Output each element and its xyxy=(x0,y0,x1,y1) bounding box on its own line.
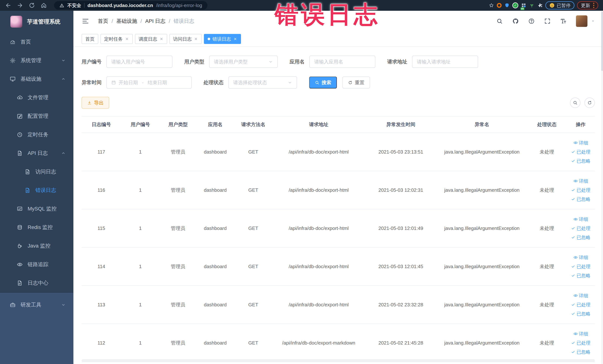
table-row: 1131管理员dashboardGET/api/infra/db-doc/exp… xyxy=(81,286,595,324)
search-button[interactable]: 搜索 xyxy=(309,77,337,88)
table-row: 1141管理员dashboardGET/api/infra/db-doc/exp… xyxy=(81,247,595,286)
extension-sprout-icon[interactable] xyxy=(529,3,534,8)
extension-orange-icon[interactable] xyxy=(497,3,502,8)
cell-url: /api/infra/db-doc/export-html xyxy=(272,209,365,247)
browser-forward-icon[interactable] xyxy=(17,2,23,9)
extension-grid-icon[interactable]: on xyxy=(521,3,526,8)
extension-green-check-icon[interactable]: ✓ xyxy=(512,2,518,8)
tab-定时任务[interactable]: 定时任务 xyxy=(101,34,133,44)
avatar[interactable] xyxy=(576,15,587,27)
browser-home-icon[interactable] xyxy=(40,2,47,9)
action-已处理[interactable]: 已处理 xyxy=(571,302,590,308)
update-button[interactable]: 更新 xyxy=(577,1,598,10)
sidebar-item-定时任务[interactable]: 定时任务 xyxy=(0,125,73,144)
action-详细[interactable]: 详细 xyxy=(573,216,588,222)
sidebar-item-首页[interactable]: 首页 xyxy=(0,33,73,51)
breadcrumb-item[interactable]: 首页 xyxy=(98,18,108,25)
help-icon[interactable] xyxy=(528,18,535,24)
paused-button[interactable]: 已暂停 xyxy=(545,1,574,10)
action-已处理[interactable]: 已处理 xyxy=(571,149,590,155)
tab-label: 调度日志 xyxy=(139,36,157,42)
exception-time-range-picker[interactable]: 开始日期 - 结束日期 xyxy=(106,76,192,89)
sidebar-item-错误日志[interactable]: 错误日志 xyxy=(0,181,73,200)
search-icon[interactable] xyxy=(496,18,503,24)
cell-user_type: 管理员 xyxy=(160,171,197,209)
browser-back-icon[interactable] xyxy=(5,2,12,9)
cell-exception: java.lang.IllegalArgumentException xyxy=(437,171,527,209)
action-详细[interactable]: 详细 xyxy=(573,254,588,260)
cell-exception: java.lang.IllegalArgumentException xyxy=(437,286,527,324)
cell-status: 未处理 xyxy=(527,171,567,209)
sidebar-logo[interactable]: 芋道管理系统 xyxy=(0,11,73,33)
table-header-row: 日志编号用户编号用户类型应用名请求方法名请求地址异常发生时间异常名处理状态操作 xyxy=(81,116,595,133)
sidebar-item-mysql-监控[interactable]: MySQL 监控 xyxy=(0,200,73,218)
action-详细[interactable]: 详细 xyxy=(573,140,588,146)
sidebar-item-java-监控[interactable]: Java 监控 xyxy=(0,237,73,255)
sidebar-item-redis-监控[interactable]: Redis 监控 xyxy=(0,218,73,237)
cell-method: GET xyxy=(234,133,272,171)
cell-exception: java.lang.IllegalArgumentException xyxy=(437,209,527,247)
tab-访问日志[interactable]: 访问日志 xyxy=(169,34,202,44)
user-id-input[interactable]: 请输入用户编号 xyxy=(106,56,172,68)
sidebar-item-基础设施[interactable]: 基础设施 xyxy=(0,70,73,88)
sidebar-item-访问日志[interactable]: 访问日志 xyxy=(0,163,73,181)
tab-首页[interactable]: 首页 xyxy=(81,34,98,44)
sidebar-item-链路追踪[interactable]: 链路追踪 xyxy=(0,255,73,274)
sidebar-item-系统管理[interactable]: 系统管理 xyxy=(0,51,73,70)
breadcrumb: 首页/基础设施/API 日志/错误日志 xyxy=(98,18,194,25)
action-已忽略[interactable]: 已忽略 xyxy=(571,196,590,202)
font-size-icon[interactable] xyxy=(560,18,567,24)
cell-user_id: 1 xyxy=(121,133,160,171)
action-已处理[interactable]: 已处理 xyxy=(571,340,590,346)
cell-time: 2021-05-03 12:01:45 xyxy=(365,247,437,286)
sidebar-item-配置管理[interactable]: 配置管理 xyxy=(0,107,73,125)
tab-调度日志[interactable]: 调度日志 xyxy=(135,34,167,44)
process-status-select[interactable]: 请选择处理状态 xyxy=(228,76,297,89)
export-button[interactable]: 导出 xyxy=(81,97,109,109)
bookmark-star-icon[interactable] xyxy=(489,3,494,8)
request-url-input[interactable]: 请输入请求地址 xyxy=(412,56,478,68)
user-type-select[interactable]: 请选择用户类型 xyxy=(209,56,278,68)
action-已忽略[interactable]: 已忽略 xyxy=(571,311,590,317)
action-已处理[interactable]: 已处理 xyxy=(571,225,590,231)
sidebar-item-日志中心[interactable]: 日志中心 xyxy=(0,274,73,292)
refresh-table-button[interactable] xyxy=(584,97,595,108)
avatar-caret-icon[interactable] xyxy=(591,19,595,23)
reset-button[interactable]: 重置 xyxy=(342,77,370,88)
browser-reload-icon[interactable] xyxy=(29,2,35,9)
action-详细[interactable]: 详细 xyxy=(573,331,588,337)
address-bar[interactable]: 不安全 dashboard.yudao.iocoder.cn /infra/lo… xyxy=(54,1,208,10)
sidebar-collapse-icon[interactable] xyxy=(81,17,89,25)
github-icon[interactable] xyxy=(512,18,519,24)
cell-user_id: 1 xyxy=(121,247,160,286)
close-icon[interactable] xyxy=(233,37,237,41)
app-name-input[interactable]: 请输入应用名 xyxy=(309,56,375,68)
tab-错误日志[interactable]: 错误日志 xyxy=(204,34,241,44)
extensions-puzzle-icon[interactable] xyxy=(537,3,543,8)
monitor-icon xyxy=(10,76,16,82)
breadcrumb-item[interactable]: 基础设施 xyxy=(116,18,137,25)
action-详细[interactable]: 详细 xyxy=(573,178,588,184)
page-scrollbar[interactable] xyxy=(601,11,603,364)
browser-menu-kebab-icon[interactable] xyxy=(593,3,594,8)
fullscreen-icon[interactable] xyxy=(544,18,551,24)
doc-icon xyxy=(17,150,23,156)
close-icon[interactable] xyxy=(194,37,198,41)
extension-shield-icon[interactable] xyxy=(504,3,510,8)
filter-row-1: 用户编号 请输入用户编号 用户类型 请选择用户类型 应用名 xyxy=(81,56,595,68)
action-已忽略[interactable]: 已忽略 xyxy=(571,158,590,164)
horizontal-scrollbar[interactable] xyxy=(81,359,595,362)
action-已忽略[interactable]: 已忽略 xyxy=(571,234,590,240)
sidebar-item-文件管理[interactable]: 文件管理 xyxy=(0,88,73,107)
action-已处理[interactable]: 已处理 xyxy=(571,263,590,270)
action-已忽略[interactable]: 已忽略 xyxy=(571,273,590,279)
close-icon[interactable] xyxy=(125,37,129,41)
toggle-search-button[interactable] xyxy=(570,97,580,108)
action-已忽略[interactable]: 已忽略 xyxy=(571,349,590,355)
action-详细[interactable]: 详细 xyxy=(573,293,588,299)
close-icon[interactable] xyxy=(159,37,163,41)
action-已处理[interactable]: 已处理 xyxy=(571,187,590,193)
sidebar-item-研发工具[interactable]: 研发工具 xyxy=(0,295,73,314)
sidebar-item-api-日志[interactable]: API 日志 xyxy=(0,144,73,163)
breadcrumb-item[interactable]: API 日志 xyxy=(145,18,165,25)
